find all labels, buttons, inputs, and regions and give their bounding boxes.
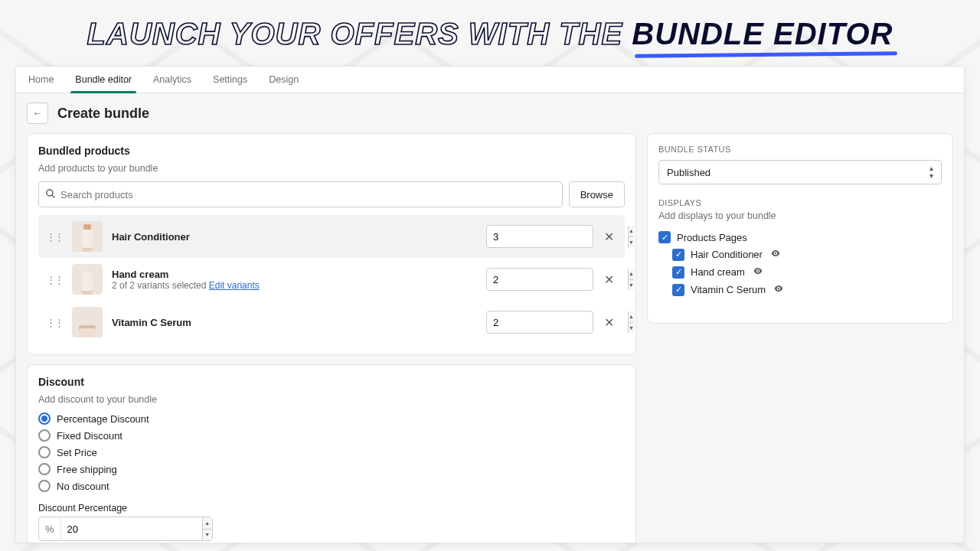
page-title: Create bundle bbox=[57, 106, 149, 122]
quantity-field[interactable]: ▲ ▼ bbox=[486, 225, 593, 248]
display-children: ✓Hair Conditioner✓Hand cream✓Vitamin C S… bbox=[658, 246, 942, 298]
discount-subtext: Add discount to your bundle bbox=[38, 394, 625, 405]
discount-option[interactable]: Set Price bbox=[38, 446, 625, 458]
discount-card: Discount Add discount to your bundle Per… bbox=[27, 364, 636, 543]
search-products-input[interactable] bbox=[60, 189, 556, 201]
checkbox-checked-icon: ✓ bbox=[658, 231, 671, 243]
discount-option-label: No discount bbox=[57, 481, 109, 492]
search-icon bbox=[45, 188, 56, 201]
tab-bundle-editor[interactable]: Bundle editor bbox=[74, 67, 133, 93]
display-child-checkbox[interactable]: ✓Hair Conditioner bbox=[658, 246, 942, 263]
tab-bar: HomeBundle editorAnalyticsSettingsDesign bbox=[16, 67, 964, 93]
discount-option[interactable]: No discount bbox=[38, 480, 625, 492]
quantity-field[interactable]: ▲ ▼ bbox=[486, 311, 593, 334]
drag-handle-icon[interactable]: ⋮⋮ bbox=[46, 231, 63, 243]
product-thumbnail bbox=[72, 264, 103, 295]
drag-handle-icon[interactable]: ⋮⋮ bbox=[46, 274, 63, 285]
edit-variants-link[interactable]: Edit variants bbox=[209, 280, 260, 291]
bundle-status-value: Published bbox=[667, 167, 710, 178]
discount-percentage-label: Discount Percentage bbox=[38, 503, 625, 514]
checkbox-checked-icon: ✓ bbox=[672, 266, 684, 279]
back-button[interactable]: ← bbox=[27, 103, 48, 124]
discount-option-label: Free shipping bbox=[57, 464, 117, 475]
quantity-stepper[interactable]: ▲ ▼ bbox=[628, 311, 634, 333]
discount-heading: Discount bbox=[38, 376, 625, 388]
app-frame: HomeBundle editorAnalyticsSettingsDesign… bbox=[15, 66, 965, 543]
chevron-up-icon[interactable]: ▲ bbox=[629, 311, 634, 323]
discount-option[interactable]: Fixed Discount bbox=[38, 429, 625, 442]
quantity-input[interactable] bbox=[487, 317, 628, 328]
radio-icon bbox=[38, 429, 51, 442]
tab-home[interactable]: Home bbox=[27, 67, 55, 93]
hero-banner: LAUNCH YOUR OFFERS WITH THE BUNDLE EDITO… bbox=[0, 0, 980, 56]
product-variant-text: 2 of 2 variants selected Edit variants bbox=[112, 280, 477, 291]
quantity-stepper[interactable]: ▲ ▼ bbox=[628, 226, 634, 247]
drag-handle-icon[interactable]: ⋮⋮ bbox=[46, 317, 63, 328]
discount-option-label: Fixed Discount bbox=[57, 430, 122, 442]
display-child-label: Vitamin C Serum bbox=[691, 284, 766, 295]
chevron-up-icon[interactable]: ▲ bbox=[629, 269, 634, 280]
product-thumbnail bbox=[72, 307, 103, 337]
radio-icon bbox=[38, 463, 51, 475]
discount-percentage-input[interactable] bbox=[61, 523, 202, 535]
arrow-left-icon: ← bbox=[32, 107, 43, 119]
quantity-input[interactable] bbox=[487, 274, 628, 285]
discount-option[interactable]: Percentage Discount bbox=[38, 412, 625, 425]
bundle-status-label: BUNDLE STATUS bbox=[658, 145, 942, 154]
product-row: ⋮⋮ Hair Conditioner ▲ ▼ ✕ bbox=[38, 215, 625, 258]
tab-analytics[interactable]: Analytics bbox=[152, 67, 193, 93]
chevron-up-icon[interactable]: ▲ bbox=[203, 517, 212, 530]
discount-stepper[interactable]: ▲ ▼ bbox=[202, 517, 212, 540]
chevron-down-icon[interactable]: ▼ bbox=[203, 530, 212, 541]
quantity-field[interactable]: ▲ ▼ bbox=[486, 268, 593, 291]
discount-options: Percentage DiscountFixed DiscountSet Pri… bbox=[38, 412, 625, 492]
discount-option[interactable]: Free shipping bbox=[38, 463, 625, 475]
displays-parent-checkbox[interactable]: ✓ Products Pages bbox=[658, 229, 942, 246]
hero-text-solid: BUNDLE EDITOR bbox=[632, 17, 893, 51]
tab-settings[interactable]: Settings bbox=[211, 67, 249, 93]
product-row: ⋮⋮ Vitamin C Serum ▲ ▼ ✕ bbox=[38, 301, 625, 344]
sidebar-card: BUNDLE STATUS Published ▴▾ DISPLAYS Add … bbox=[647, 133, 953, 324]
displays-subtext: Add displays to your bundle bbox=[658, 210, 942, 221]
bundled-heading: Bundled products bbox=[38, 145, 625, 157]
eye-icon[interactable] bbox=[770, 248, 781, 261]
display-child-checkbox[interactable]: ✓Vitamin C Serum bbox=[658, 281, 942, 298]
discount-percentage-field[interactable]: % ▲ ▼ bbox=[38, 517, 213, 541]
bundled-products-card: Bundled products Add products to your bu… bbox=[27, 133, 636, 355]
search-products-field[interactable] bbox=[38, 181, 563, 207]
bundled-subtext: Add products to your bundle bbox=[38, 163, 625, 174]
radio-icon bbox=[38, 480, 51, 492]
discount-option-label: Set Price bbox=[57, 447, 97, 458]
percent-prefix: % bbox=[39, 517, 61, 540]
quantity-input[interactable] bbox=[487, 231, 628, 243]
checkbox-checked-icon: ✓ bbox=[672, 284, 684, 296]
chevron-up-icon[interactable]: ▲ bbox=[629, 226, 634, 237]
chevron-down-icon[interactable]: ▼ bbox=[629, 323, 634, 334]
browse-button[interactable]: Browse bbox=[569, 181, 625, 207]
checkbox-checked-icon: ✓ bbox=[672, 249, 684, 261]
chevron-down-icon[interactable]: ▼ bbox=[629, 237, 634, 248]
bundle-status-select[interactable]: Published ▴▾ bbox=[658, 160, 942, 184]
chevron-down-icon[interactable]: ▼ bbox=[629, 280, 634, 291]
radio-icon bbox=[38, 412, 51, 425]
display-child-label: Hair Conditioner bbox=[691, 249, 763, 260]
product-name: Vitamin C Serum bbox=[112, 317, 477, 328]
page-header: ← Create bundle bbox=[16, 93, 964, 133]
eye-icon[interactable] bbox=[753, 266, 763, 279]
svg-line-1 bbox=[52, 194, 55, 197]
select-caret-icon: ▴▾ bbox=[929, 165, 933, 180]
product-list: ⋮⋮ Hair Conditioner ▲ ▼ ✕ ⋮⋮ Hand cream … bbox=[38, 215, 625, 344]
product-name: Hand cream bbox=[112, 269, 477, 280]
display-child-label: Hand cream bbox=[691, 266, 745, 278]
hero-text-outline: LAUNCH YOUR OFFERS WITH THE bbox=[87, 17, 623, 51]
displays-label: DISPLAYS bbox=[658, 198, 942, 207]
quantity-stepper[interactable]: ▲ ▼ bbox=[628, 269, 634, 290]
display-child-checkbox[interactable]: ✓Hand cream bbox=[658, 263, 942, 281]
eye-icon[interactable] bbox=[773, 283, 784, 296]
product-name: Hair Conditioner bbox=[112, 231, 477, 243]
radio-icon bbox=[38, 446, 51, 458]
displays-parent-label: Products Pages bbox=[677, 232, 747, 243]
svg-point-0 bbox=[47, 189, 53, 195]
product-thumbnail bbox=[72, 221, 103, 252]
tab-design[interactable]: Design bbox=[267, 67, 300, 93]
